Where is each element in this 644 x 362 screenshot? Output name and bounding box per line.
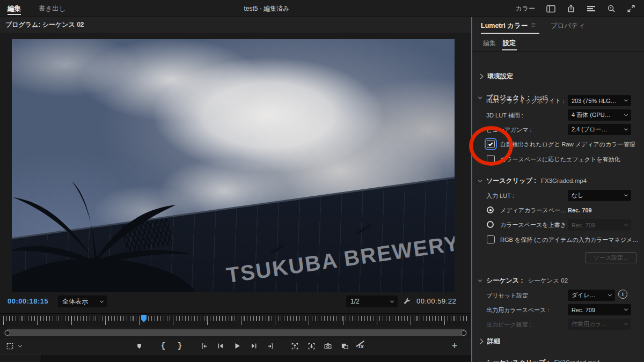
colorspace-effects-checkbox[interactable] [487, 155, 495, 163]
row-override-colorspace: カラースペースを上書き : Rec. 709 [472, 219, 644, 231]
tab-lumetri-color[interactable]: Lumetri カラー [481, 21, 528, 31]
current-timecode[interactable]: 00:00:18:15 [8, 297, 48, 305]
monitor-scrollbar [0, 329, 471, 337]
output-peak-dropdown: 作業用カラ… [568, 319, 631, 330]
button-editor-plus[interactable]: + [450, 340, 459, 352]
chevron-down-icon [478, 278, 482, 282]
project-title: test5 - 編集済み [244, 0, 290, 17]
global-fx-mute-icon[interactable]: fx [356, 340, 366, 352]
chevron-down-icon [390, 299, 394, 302]
mark-out-button[interactable]: } [175, 340, 185, 352]
chevron-down-icon[interactable] [18, 343, 22, 347]
preset-dropdown[interactable]: ダイレ… [568, 290, 615, 301]
video-preview[interactable]: TSUKUBA BREWERY [12, 39, 455, 292]
lut-interpolation-value: 4 面体 (GPU… [572, 111, 611, 119]
row-hdr-white: HDR グラフィックホワイト : 203 (75% HLG… [472, 95, 644, 107]
override-colorspace-label: カラースペースを上書き : [500, 221, 569, 229]
settings-wrench-icon[interactable] [402, 297, 412, 306]
zoom-level-dropdown[interactable]: 全体表示 [58, 295, 107, 307]
step-back-button[interactable] [216, 340, 225, 352]
chevron-down-icon [624, 113, 628, 116]
tab-export[interactable]: 書き出し [39, 0, 66, 17]
add-marker-button[interactable] [134, 340, 144, 352]
row-preset: プリセット設定 ダイレ… i [472, 290, 644, 301]
viewer-gamma-value: 2.4 (ブロー… [572, 125, 608, 134]
input-lut-dropdown[interactable]: なし [568, 190, 631, 201]
ruler-minor-ticks [3, 316, 468, 321]
lut-interpolation-dropdown[interactable]: 4 面体 (GPU… [568, 109, 631, 121]
share-export-icon[interactable] [567, 4, 575, 13]
colorspace-effects-label: カラースペースに応じたエフェクトを有効化 [500, 156, 620, 164]
go-to-out-button[interactable] [266, 340, 275, 352]
auto-detect-checkbox[interactable] [487, 140, 495, 148]
dashed-square-icon[interactable] [5, 340, 14, 352]
palm-tree-silhouette [12, 180, 194, 292]
section-preferences[interactable]: 環境設定 [479, 71, 513, 82]
chevron-down-icon [478, 360, 482, 362]
input-lut-label: 入力 LUT : [486, 192, 514, 200]
chevron-down-icon [624, 193, 628, 197]
extract-button[interactable] [306, 340, 316, 352]
row-preserve-rgb: RGB を保持 (このアイテムの入力カラーマネジメ… [472, 234, 644, 246]
export-frame-camera-icon[interactable] [323, 340, 333, 352]
scrollbar-left-handle[interactable] [5, 330, 10, 336]
program-monitor-panel: プログラム: シーケンス 02 ≡ TSUKUBA BREWERY [0, 17, 471, 362]
chevron-down-icon [624, 307, 628, 311]
tab-properties[interactable]: プロパティ [551, 21, 585, 31]
tab-edit[interactable]: 編集 [8, 0, 21, 17]
transport-bar: { } [0, 337, 471, 354]
panel-menu-icon[interactable]: ≡ [79, 17, 84, 33]
scrollbar-right-handle[interactable] [461, 330, 466, 336]
bottom-strip [0, 354, 471, 362]
workspaces-icon[interactable] [546, 5, 555, 13]
section-sequence[interactable]: シーケンス : シーケンス 02 [479, 275, 568, 286]
section-sequence-clip-label: シーケンスクリップ : [486, 358, 550, 362]
play-button[interactable] [232, 340, 242, 352]
workspace-label[interactable]: カラー [515, 4, 535, 13]
comparison-view-icon[interactable] [340, 340, 349, 352]
scrollbar-track[interactable] [4, 329, 467, 336]
info-icon[interactable]: i [618, 290, 627, 299]
lumetri-subtabs: 編集 設定 [472, 34, 644, 50]
section-preferences-label: 環境設定 [487, 72, 513, 81]
media-colorspace-radio[interactable] [487, 206, 494, 213]
lift-button[interactable] [290, 340, 299, 352]
viewer-gamma-label: ビューアガンマ : [486, 126, 532, 134]
source-settings-button[interactable]: ソース設定... [585, 252, 636, 263]
section-source-clip[interactable]: ソースクリップ : FX3Graded.mp4 [479, 175, 587, 186]
section-details[interactable]: 詳細 [479, 336, 500, 346]
chevron-right-icon [478, 73, 484, 79]
media-colorspace-label: メディアカラースペー… [500, 206, 566, 215]
subtab-edit[interactable]: 編集 [483, 39, 496, 48]
quick-export-menu-icon[interactable] [587, 5, 596, 12]
timeline-ruler[interactable] [0, 313, 471, 327]
override-colorspace-value: Rec. 709 [572, 222, 595, 228]
hdr-white-dropdown[interactable]: 203 (75% HLG… [568, 95, 631, 106]
search-icon[interactable] [607, 4, 616, 13]
go-to-in-button[interactable] [199, 340, 209, 352]
subtab-settings[interactable]: 設定 [503, 39, 516, 48]
section-source-value: FX3Graded.mp4 [541, 178, 587, 184]
output-colorspace-dropdown[interactable]: Rec. 709 [568, 304, 631, 315]
output-peak-label: 出力ピーク輝度 : [486, 321, 531, 329]
bottom-strip-segment [0, 354, 41, 362]
section-sequence-value: シーケンス 02 [528, 277, 568, 285]
viewer-gamma-dropdown[interactable]: 2.4 (ブロー… [568, 124, 631, 135]
premiere-app: 編集 書き出し test5 - 編集済み カラー プログラム: シーケンス 02 [0, 0, 644, 362]
hdr-white-value: 203 (75% HLG… [572, 98, 617, 104]
preserve-rgb-checkbox[interactable] [487, 235, 495, 243]
section-sequence-label: シーケンス : [486, 276, 523, 285]
fullscreen-icon[interactable] [627, 4, 635, 13]
mark-in-button[interactable]: { [158, 340, 168, 352]
preserve-rgb-label: RGB を保持 (このアイテムの入力カラーマネジメ… [500, 236, 638, 244]
playback-resolution-dropdown[interactable]: 1/2 [346, 295, 398, 307]
panel-menu-icon[interactable]: ≡ [531, 21, 536, 29]
row-output-peak: 出力ピーク輝度 : 作業用カラ… [472, 319, 644, 330]
override-colorspace-radio[interactable] [487, 221, 494, 228]
chevron-down-icon [624, 98, 628, 102]
input-lut-value: なし [572, 191, 584, 200]
lut-interpolation-label: 3D LUT 補間 : [486, 112, 523, 120]
output-colorspace-label: 出力用カラースペース : [486, 306, 549, 314]
step-forward-button[interactable] [249, 340, 259, 352]
section-sequence-clip-clipped[interactable]: シーケンスクリップ : FX3Graded.mp4 [479, 357, 600, 362]
